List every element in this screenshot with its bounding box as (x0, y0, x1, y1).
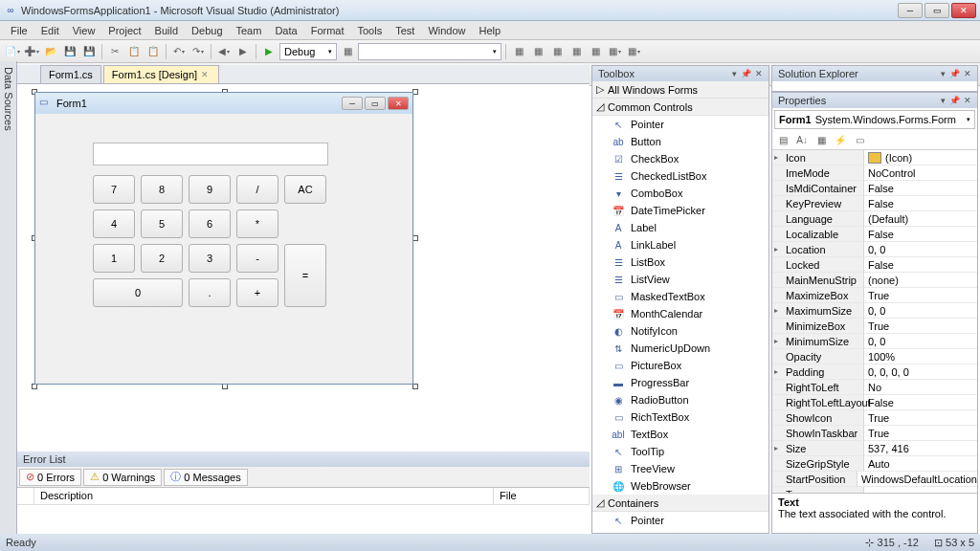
menu-view[interactable]: View (66, 23, 102, 38)
form-maximize-button[interactable]: ▭ (365, 97, 386, 110)
menu-tools[interactable]: Tools (351, 23, 390, 38)
new-project-button[interactable]: 📄 (4, 43, 21, 60)
toolbar-icon[interactable]: ▦ (510, 43, 527, 60)
toolbar-icon[interactable]: ▦ (568, 43, 585, 60)
error-list-header[interactable]: Error List (17, 452, 590, 467)
menu-project[interactable]: Project (101, 23, 147, 38)
save-button[interactable]: 💾 (61, 43, 78, 60)
errors-filter[interactable]: ⊘0 Errors (19, 469, 81, 486)
property-row[interactable]: Padding0, 0, 0, 0 (772, 364, 977, 380)
toolbox-item[interactable]: ▦FlowLayoutPanel (592, 529, 768, 533)
calc-button[interactable]: 8 (141, 175, 183, 204)
toolbox-item[interactable]: ☰ListBox (592, 253, 768, 271)
calc-button[interactable]: 9 (189, 175, 231, 204)
solution-header[interactable]: Solution Explorer ▾📌✕ (772, 66, 977, 81)
toolbox-item[interactable]: 📅DateTimePicker (592, 202, 768, 219)
toolbox-item[interactable]: ALabel (592, 219, 768, 236)
property-row[interactable]: MinimumSize0, 0 (772, 334, 977, 349)
calc-button[interactable]: 1 (93, 244, 135, 273)
property-row[interactable]: Location0, 0 (772, 242, 977, 257)
nav-fwd-button[interactable]: ▶ (234, 43, 252, 60)
toolbox-item[interactable]: 📅MonthCalendar (592, 305, 768, 322)
property-value[interactable]: 0, 0, 0, 0 (864, 364, 977, 380)
tab-close-icon[interactable]: ✕ (201, 70, 211, 79)
find-combo[interactable]: ▾ (358, 43, 501, 60)
redo-button[interactable]: ↷ (189, 43, 207, 60)
toolbox-category[interactable]: ◿Common Controls (592, 99, 768, 116)
property-row[interactable]: Size537, 416 (772, 441, 977, 456)
property-value[interactable]: False (864, 181, 977, 196)
property-row[interactable]: RightToLeftLayoutFalse (772, 395, 977, 410)
pin-icon[interactable]: 📌 (949, 69, 960, 78)
property-value[interactable]: (Icon) (864, 150, 977, 165)
property-row[interactable]: RightToLeftNo (772, 380, 977, 395)
property-value[interactable]: False (864, 395, 977, 410)
property-row[interactable]: KeyPreviewFalse (772, 196, 977, 211)
property-value[interactable]: Auto (864, 456, 977, 472)
properties-button[interactable]: ▦ (813, 132, 830, 149)
copy-button[interactable]: 📋 (125, 43, 143, 60)
property-value[interactable]: NoControl (864, 165, 977, 181)
menu-test[interactable]: Test (389, 23, 421, 38)
toolbox-item[interactable]: ▭PictureBox (592, 357, 768, 374)
start-button[interactable]: ▶ (260, 43, 278, 60)
calc-button[interactable]: 3 (189, 244, 231, 273)
property-row[interactable]: MaximumSize0, 0 (772, 303, 977, 319)
toolbox-item[interactable]: ↖Pointer (592, 116, 768, 133)
property-row[interactable]: Opacity100% (772, 349, 977, 364)
close-icon[interactable]: ✕ (755, 69, 763, 78)
toolbar-icon[interactable]: ▦ (529, 43, 546, 60)
toolbox-category[interactable]: ▷All Windows Forms (592, 81, 768, 99)
toolbox-item[interactable]: ◐NotifyIcon (592, 322, 768, 340)
property-value[interactable]: 100% (864, 349, 977, 364)
toolbar-icon[interactable]: ▦ (339, 43, 356, 60)
toolbox-header[interactable]: Toolbox ▾📌✕ (592, 66, 768, 81)
close-icon[interactable]: ✕ (964, 96, 971, 105)
calc-button[interactable]: 7 (93, 175, 135, 204)
property-value[interactable]: (none) (864, 273, 977, 288)
add-item-button[interactable]: ➕ (23, 43, 40, 60)
property-row[interactable]: ImeModeNoControl (772, 165, 977, 181)
paste-button[interactable]: 📋 (145, 43, 162, 60)
property-row[interactable]: LocalizableFalse (772, 227, 977, 242)
events-button[interactable]: ⚡ (832, 132, 849, 149)
menu-format[interactable]: Format (304, 23, 351, 38)
toolbox-item[interactable]: 🌐WebBrowser (592, 477, 768, 495)
calc-button[interactable]: + (236, 278, 278, 307)
toolbox-item[interactable]: ☰CheckedListBox (592, 167, 768, 185)
property-row[interactable]: MinimizeBoxTrue (772, 319, 977, 334)
toolbox-item[interactable]: ▭MaskedTextBox (592, 288, 768, 305)
col-file[interactable]: File (494, 488, 590, 504)
property-value[interactable]: 0, 0 (864, 334, 977, 349)
undo-button[interactable]: ↶ (170, 43, 188, 60)
cut-button[interactable]: ✂ (106, 43, 123, 60)
calc-button[interactable]: . (189, 278, 231, 307)
toolbox-item[interactable]: ↖ToolTip (592, 443, 768, 460)
calc-zero-button[interactable]: 0 (93, 278, 183, 307)
toolbox-item[interactable]: ALinkLabel (592, 236, 768, 253)
calc-display-textbox[interactable] (93, 143, 328, 165)
property-row[interactable]: Language(Default) (772, 211, 977, 227)
menu-edit[interactable]: Edit (34, 23, 66, 38)
tab[interactable]: Form1.cs [Design]✕ (103, 65, 219, 83)
dropdown-icon[interactable]: ▾ (732, 69, 737, 78)
form-close-button[interactable]: ✕ (388, 97, 409, 110)
property-pages-button[interactable]: ▭ (851, 132, 868, 149)
property-value[interactable]: (Default) (864, 211, 977, 227)
toolbox-item[interactable]: ⊞TreeView (592, 460, 768, 477)
tab[interactable]: Form1.cs (40, 65, 101, 83)
property-row[interactable]: ShowInTaskbarTrue (772, 426, 977, 441)
property-row[interactable]: SizeGripStyleAuto (772, 456, 977, 472)
property-row[interactable]: IsMdiContainerFalse (772, 181, 977, 196)
property-value[interactable]: True (864, 288, 977, 303)
menu-file[interactable]: File (4, 23, 34, 38)
property-value[interactable]: True (864, 319, 977, 334)
toolbox-item[interactable]: ▾ComboBox (592, 185, 768, 202)
property-object-selector[interactable]: Form1 System.Windows.Forms.Form ▾ (774, 110, 975, 129)
pin-icon[interactable]: 📌 (949, 96, 960, 105)
messages-filter[interactable]: ⓘ0 Messages (164, 469, 247, 486)
calc-button[interactable]: AC (284, 175, 326, 204)
toolbox-item[interactable]: ⇅NumericUpDown (592, 340, 768, 357)
menu-team[interactable]: Team (230, 23, 269, 38)
dropdown-icon[interactable]: ▾ (941, 69, 946, 78)
